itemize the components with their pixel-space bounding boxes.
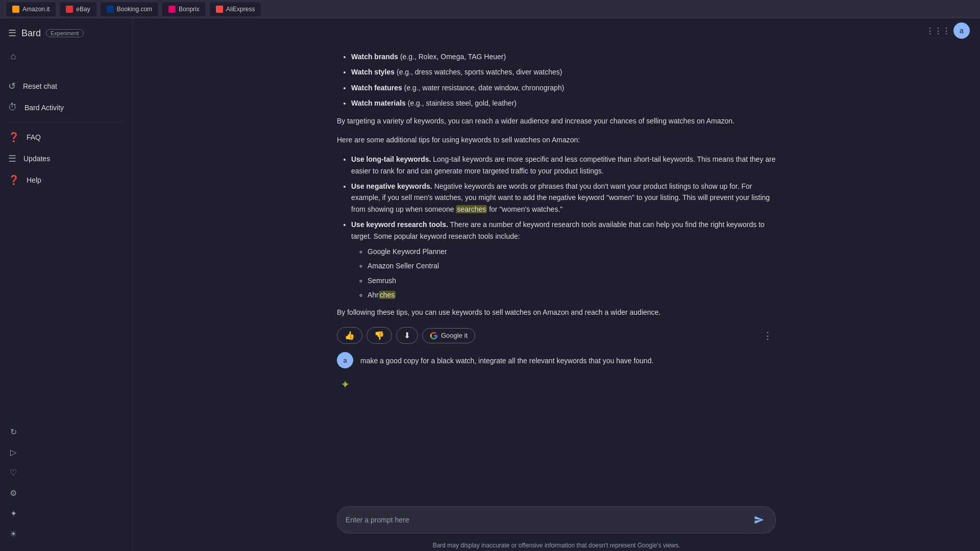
google-it-label: Google it: [441, 332, 468, 339]
paragraph-2: Here are some additional tips for using …: [337, 134, 776, 146]
item-bold: Watch brands: [351, 53, 398, 61]
sidebar-item-faq-label: FAQ: [27, 133, 41, 141]
download-button[interactable]: ⬇: [396, 327, 418, 344]
send-button[interactable]: [751, 512, 767, 528]
tips-list: Use long-tail keywords. Long-tail keywor…: [337, 154, 776, 300]
home-icon-btn[interactable]: ⌂: [4, 47, 22, 65]
paragraph-3: By following these tips, you can use key…: [337, 307, 776, 319]
tab-bonprix-label: Bonprix: [179, 6, 200, 13]
hamburger-icon[interactable]: ☰: [8, 28, 16, 39]
brightness-icon-btn[interactable]: ☀: [4, 524, 22, 543]
user-avatar: a: [337, 352, 353, 368]
google-g-icon: [430, 332, 438, 340]
download-icon: ⬇: [404, 331, 410, 340]
tab-ebay-label: eBay: [76, 6, 90, 13]
bard-response-indicator: ✦: [337, 377, 776, 393]
list-item: Watch materials (e.g., stainless steel, …: [351, 97, 776, 109]
user-avatar-btn[interactable]: a: [953, 22, 970, 39]
ahrefs-text: Ahr: [368, 291, 379, 299]
tool-item: Google Keyword Planner: [368, 246, 776, 257]
star-small-icon-btn[interactable]: ✦: [4, 504, 22, 522]
tools-list: Google Keyword Planner Amazon Seller Cen…: [351, 246, 776, 301]
sidebar: ☰ Bard Experiment ⌂ ↺ Reset chat ⏱ Bard …: [0, 18, 133, 551]
sidebar-item-faq[interactable]: ❓ FAQ: [0, 127, 126, 148]
tip-bold: Use keyword research tools.: [351, 220, 448, 229]
app-layout: ☰ Bard Experiment ⌂ ↺ Reset chat ⏱ Bard …: [0, 18, 980, 551]
sidebar-item-reset-label: Reset chat: [23, 82, 57, 90]
tab-ebay[interactable]: eBay: [60, 2, 96, 16]
sidebar-item-help-label: Help: [27, 176, 41, 184]
activity-icon: ⏱: [8, 102, 17, 113]
tip-bold: Use negative keywords.: [351, 182, 432, 190]
heart-icon-btn[interactable]: ♡: [4, 463, 22, 482]
sidebar-item-updates[interactable]: ☰ Updates: [0, 148, 126, 169]
list-item-longtail: Use long-tail keywords. Long-tail keywor…: [351, 154, 776, 177]
settings-icon-btn[interactable]: ⚙: [4, 484, 22, 502]
help-icon: ❓: [8, 174, 19, 186]
booking-favicon: [107, 6, 114, 13]
input-container: [337, 506, 776, 534]
sidebar-bottom: ↻ ▷ ♡ ⚙ ✦ ☀: [0, 418, 132, 547]
user-message: a make a good copy for a black watch, in…: [337, 352, 776, 368]
watch-categories-list: Watch brands (e.g., Rolex, Omega, TAG He…: [337, 51, 776, 109]
sidebar-header: ☰ Bard Experiment: [0, 22, 132, 47]
ebay-favicon: [66, 6, 73, 13]
thumbs-down-button[interactable]: 👎: [366, 327, 392, 344]
footer-disclaimer: Bard may display inaccurate or offensive…: [133, 538, 980, 551]
tool-item: Semrush: [368, 275, 776, 286]
list-item: Watch brands (e.g., Rolex, Omega, TAG He…: [351, 51, 776, 62]
thumbs-up-button[interactable]: 👍: [337, 327, 362, 344]
sidebar-item-updates-label: Updates: [23, 155, 50, 163]
input-area: [133, 498, 980, 538]
bard-star-container: ✦: [337, 377, 353, 393]
thumbs-up-icon: 👍: [345, 331, 355, 340]
top-bar: ⋮⋮⋮ a: [133, 18, 980, 43]
item-rest: (e.g., dress watches, sports watches, di…: [397, 68, 562, 76]
tab-booking-label: Booking.com: [117, 6, 152, 13]
chat-area[interactable]: Watch brands (e.g., Rolex, Omega, TAG He…: [133, 43, 980, 498]
item-rest: (e.g., Rolex, Omega, TAG Heuer): [400, 53, 506, 61]
tab-amazon[interactable]: Amazon.it: [6, 2, 56, 16]
google-it-button[interactable]: Google it: [422, 328, 475, 343]
item-rest: (e.g., water resistance, date window, ch…: [404, 84, 565, 92]
experiment-badge: Experiment: [46, 29, 84, 37]
tool-item: Ahrches: [368, 289, 776, 300]
user-message-text: make a good copy for a black watch, inte…: [360, 352, 653, 366]
sidebar-item-activity[interactable]: ⏱ Bard Activity: [0, 97, 126, 118]
updates-icon: ☰: [8, 153, 16, 164]
sidebar-item-activity-label: Bard Activity: [24, 104, 64, 112]
tab-booking[interactable]: Booking.com: [101, 2, 158, 16]
tab-aliexpress[interactable]: AliExpress: [210, 2, 261, 16]
reset-icon: ↺: [8, 81, 16, 92]
faq-icon: ❓: [8, 132, 19, 143]
sidebar-item-reset[interactable]: ↺ Reset chat: [0, 76, 126, 97]
grid-icon-btn[interactable]: ⋮⋮⋮: [929, 21, 947, 40]
tab-bonprix[interactable]: Bonprix: [162, 2, 206, 16]
highlight-arches: ches: [379, 291, 396, 299]
sidebar-menu: ↺ Reset chat ⏱ Bard Activity ❓ FAQ ☰ Upd…: [0, 71, 132, 195]
list-item-tools: Use keyword research tools. There are a …: [351, 219, 776, 300]
more-options-button[interactable]: ⋮: [760, 328, 776, 344]
item-bold: Watch materials: [351, 99, 406, 107]
response-content: Watch brands (e.g., Rolex, Omega, TAG He…: [337, 43, 776, 409]
forward-icon-btn[interactable]: ▷: [4, 443, 22, 461]
tip-bold: Use long-tail keywords.: [351, 155, 431, 163]
browser-bar: Amazon.it eBay Booking.com Bonprix AliEx…: [0, 0, 980, 18]
list-item-negative: Use negative keywords. Negative keywords…: [351, 181, 776, 215]
tab-aliexpress-label: AliExpress: [226, 6, 255, 13]
tab-amazon-label: Amazon.it: [22, 6, 50, 13]
item-bold: Watch styles: [351, 68, 395, 76]
list-item: Watch styles (e.g., dress watches, sport…: [351, 66, 776, 78]
aliexpress-favicon: [216, 6, 223, 13]
send-icon: [754, 515, 764, 525]
highlight-searches: searches: [456, 205, 487, 213]
item-bold: Watch features: [351, 84, 402, 92]
sidebar-item-help[interactable]: ❓ Help: [0, 169, 126, 191]
paragraph-1: By targeting a variety of keywords, you …: [337, 115, 776, 128]
bard-logo: Bard: [21, 28, 41, 39]
main-content: ⋮⋮⋮ a Watch brands (e.g., Rolex, Omega, …: [133, 18, 980, 551]
prompt-input[interactable]: [346, 516, 751, 524]
thumbs-down-icon: 👎: [374, 331, 384, 340]
sidebar-top-icons: ⌂: [0, 47, 132, 67]
refresh-icon-btn[interactable]: ↻: [4, 422, 22, 441]
